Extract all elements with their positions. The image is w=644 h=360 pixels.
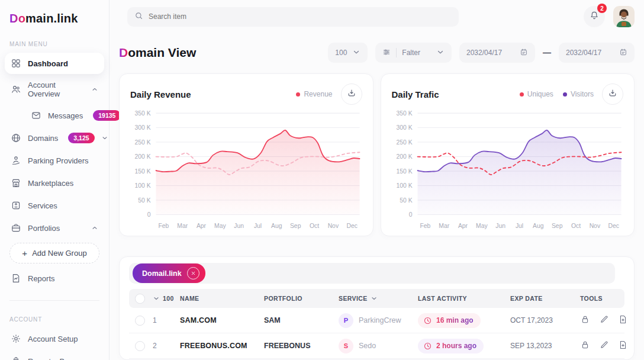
svg-text:Jul: Jul bbox=[515, 222, 523, 229]
close-icon bbox=[191, 269, 196, 278]
topbar-right: 2 bbox=[584, 6, 635, 27]
chevron-down-icon bbox=[352, 48, 360, 58]
add-new-group-button[interactable]: +Add New Group bbox=[9, 243, 99, 263]
sidebar-item-parking-providers[interactable]: Parking Providers bbox=[5, 150, 104, 171]
app: Domain.link MAIN MENU DashboardAccount O… bbox=[0, 0, 644, 360]
svg-text:Mar: Mar bbox=[439, 222, 449, 229]
date-from-value: 2032/04/17 bbox=[466, 49, 502, 57]
sidebar-item-reports[interactable]: Reports bbox=[5, 268, 104, 289]
filter-chip[interactable]: Domail.link bbox=[133, 263, 205, 283]
svg-text:Aug: Aug bbox=[533, 222, 544, 229]
sidebar-item-account-setup[interactable]: Account Setup bbox=[5, 328, 104, 349]
pencil-tool-button[interactable] bbox=[599, 314, 609, 326]
service-initial-badge: S bbox=[339, 339, 353, 353]
logo[interactable]: Domain.link bbox=[0, 9, 109, 25]
sidebar-item-messages[interactable]: Messages19135 bbox=[25, 105, 104, 126]
bug-icon bbox=[11, 356, 21, 360]
legend-label: Uniques bbox=[527, 90, 553, 98]
chevron-down-icon bbox=[436, 48, 445, 58]
sidebar-item-report-a-bug[interactable]: Report a Bug bbox=[5, 351, 104, 360]
globe-icon bbox=[11, 133, 21, 143]
mail-icon bbox=[31, 110, 41, 121]
lock-tool-button[interactable] bbox=[580, 314, 590, 326]
file-plus-tool-button[interactable] bbox=[618, 340, 628, 352]
download-icon bbox=[347, 88, 356, 100]
sliders-icon bbox=[382, 48, 391, 58]
legend-item: Visitors bbox=[563, 90, 594, 98]
svg-text:50 K: 50 K bbox=[138, 196, 150, 203]
lock-tool-button[interactable] bbox=[580, 340, 590, 352]
tools-cell bbox=[580, 314, 635, 326]
domain-name-cell[interactable]: SAM.COM bbox=[180, 316, 264, 324]
page-header: Domain View 100 Falter bbox=[119, 43, 635, 63]
filter-divider bbox=[396, 48, 397, 57]
row-checkbox[interactable] bbox=[135, 316, 145, 326]
last-activity-cell: 16 min ago bbox=[418, 313, 510, 328]
row-number: 2 bbox=[153, 342, 180, 350]
svg-text:Feb: Feb bbox=[420, 222, 430, 229]
chevron-down-icon bbox=[371, 295, 378, 302]
calendar-icon bbox=[520, 48, 528, 58]
last-activity-column-header: LAST ACTIVITY bbox=[418, 295, 510, 302]
logo-rest-text: main.link bbox=[25, 12, 78, 25]
sidebar-item-label: Messages bbox=[48, 111, 83, 120]
sidebar-item-dashboard[interactable]: Dashboard bbox=[5, 53, 104, 74]
page-size-select[interactable]: 100 bbox=[328, 43, 368, 63]
service-header-label: SERVICE bbox=[339, 295, 368, 302]
svg-text:200 K: 200 K bbox=[135, 153, 151, 160]
date-from-input[interactable]: 2032/04/17 bbox=[459, 43, 535, 63]
svg-text:50 K: 50 K bbox=[400, 196, 412, 203]
download-button[interactable] bbox=[602, 83, 623, 105]
sidebar-item-label: Services bbox=[28, 201, 57, 210]
services-icon bbox=[11, 200, 21, 211]
sidebar-item-marketplaces[interactable]: Marketplaces bbox=[5, 172, 104, 194]
download-button[interactable] bbox=[341, 83, 362, 105]
date-to-value: 2032/04/17 bbox=[566, 49, 601, 57]
search-box[interactable] bbox=[127, 7, 459, 27]
chart-legend: Revenue bbox=[296, 90, 332, 98]
select-all-checkbox[interactable] bbox=[135, 294, 145, 304]
row-checkbox[interactable] bbox=[135, 341, 145, 351]
calendar-icon bbox=[619, 48, 627, 58]
sidebar-item-label: Portfolios bbox=[28, 224, 60, 233]
file-plus-tool-button[interactable] bbox=[618, 314, 628, 326]
domain-name-cell[interactable]: FREEBONUS.COM bbox=[180, 342, 264, 350]
sidebar-item-domains[interactable]: Domains3,125 bbox=[5, 127, 104, 149]
sidebar-item-services[interactable]: Services bbox=[5, 195, 104, 216]
page-title-rest-text: omain View bbox=[128, 46, 196, 59]
svg-text:0: 0 bbox=[147, 211, 151, 218]
file-plus-icon bbox=[618, 314, 628, 326]
chip-close-button[interactable] bbox=[187, 267, 199, 279]
gear-icon bbox=[11, 333, 21, 344]
daily-trafic-card: Daily Trafic UniquesVisitors 350 K300 K2… bbox=[381, 73, 635, 236]
svg-text:May: May bbox=[214, 222, 226, 229]
sidebar-item-account-overview[interactable]: Account Overview bbox=[5, 75, 104, 104]
filter-select[interactable]: Falter bbox=[375, 43, 452, 63]
file-plus-icon bbox=[618, 340, 628, 352]
pencil-tool-button[interactable] bbox=[599, 340, 609, 352]
legend-label: Visitors bbox=[571, 90, 594, 98]
notifications-button[interactable]: 2 bbox=[584, 6, 605, 27]
users-icon bbox=[11, 84, 21, 95]
sort-count-header[interactable]: 100 bbox=[153, 295, 180, 302]
sidebar-item-portfolios[interactable]: Portfolios bbox=[5, 217, 104, 239]
row-count: 100 bbox=[163, 295, 174, 302]
daily-trafic-chart: 350 K300 K250 K200 K150 K100 K50 K0FebMa… bbox=[392, 110, 624, 230]
table-body: 1SAM.COMSAMPParkingCrew16 min agoOCT 17,… bbox=[129, 308, 624, 359]
svg-text:300 K: 300 K bbox=[396, 124, 412, 131]
search-input[interactable] bbox=[149, 12, 452, 21]
date-to-input[interactable]: 2032/04/17 bbox=[559, 43, 635, 63]
sidebar: Domain.link MAIN MENU DashboardAccount O… bbox=[0, 0, 110, 360]
chevron-up-icon bbox=[91, 224, 98, 232]
last-activity-cell: 2 hours ago bbox=[418, 339, 510, 353]
avatar-illustration bbox=[613, 6, 635, 27]
search-icon bbox=[134, 11, 143, 22]
svg-text:Nov: Nov bbox=[328, 222, 339, 229]
avatar[interactable] bbox=[613, 6, 635, 27]
service-column-header[interactable]: SERVICE bbox=[339, 295, 418, 302]
clock-icon bbox=[423, 316, 432, 325]
svg-text:Mar: Mar bbox=[177, 222, 188, 229]
topbar: 2 bbox=[119, 0, 635, 33]
service-cell: SSedo bbox=[339, 339, 418, 353]
legend-item: Revenue bbox=[296, 90, 332, 98]
